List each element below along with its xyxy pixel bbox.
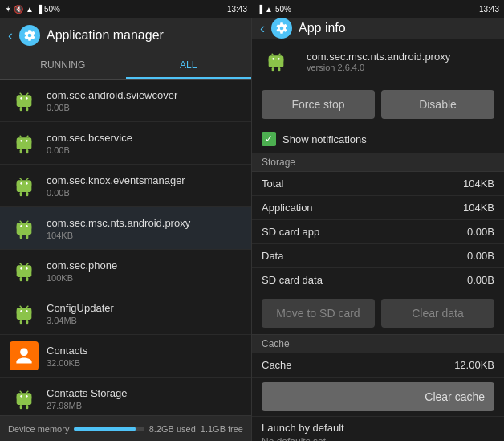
clear-data-button[interactable]: Clear data [381, 299, 494, 328]
svg-point-68 [272, 58, 274, 60]
svg-point-5 [20, 97, 22, 100]
launch-by-default-section: Launch by default No defaults set [252, 416, 504, 441]
signal-icon: ▐ [36, 5, 42, 14]
svg-point-69 [278, 58, 280, 60]
left-panel: ✶ 🔇 ▲ ▐ 50% 13:43 ‹ Application manager … [0, 0, 252, 441]
app-info-bcservice: com.sec.bcservice 0.00B [47, 132, 242, 155]
svg-point-59 [20, 395, 22, 398]
svg-rect-47 [17, 308, 32, 320]
list-item[interactable]: Contacts Storage 27.98MB [0, 378, 251, 415]
time-display-right: 13:43 [479, 5, 499, 14]
svg-rect-30 [20, 235, 22, 239]
svg-rect-20 [17, 180, 32, 192]
device-memory-label: Device memory [8, 424, 69, 434]
right-panel: ▐ ▲ 50% 13:43 ‹ App info [252, 0, 504, 441]
svg-rect-3 [20, 107, 22, 111]
storage-sdcard-app-row: SD card app 0.00B [252, 220, 504, 244]
clear-cache-container: Clear cache [252, 378, 504, 416]
mute-icon: 🔇 [14, 5, 23, 14]
total-value: 104KB [463, 178, 494, 190]
time-right: 13:43 [479, 5, 499, 14]
list-item[interactable]: com.sec.android.sviewcover 0.00B [0, 80, 251, 122]
move-to-sd-button[interactable]: Move to SD card [262, 299, 375, 328]
app-info-knox: com.sec.knox.eventsmanager 0.00B [47, 174, 242, 198]
force-stop-button[interactable]: Force stop [262, 90, 375, 119]
app-icon-bcservice [10, 129, 39, 157]
battery-level: 50% [44, 5, 60, 14]
svg-rect-67 [278, 67, 281, 71]
storage-progress: Device memory 8.2GB used 1.1GB free [8, 424, 243, 434]
app-manager-title: Application manager [47, 28, 164, 43]
app-icon-sviewcover [10, 86, 39, 115]
status-time-left: 13:43 [227, 5, 247, 14]
svg-line-7 [20, 93, 22, 96]
svg-point-23 [20, 182, 22, 185]
status-icons-left: ✶ 🔇 ▲ ▐ 50% [5, 5, 60, 14]
tab-running[interactable]: RUNNING [0, 53, 126, 79]
svg-line-61 [20, 391, 22, 394]
wifi-right-icon: ▲ [265, 5, 273, 14]
storage-action-buttons: Move to SD card Clear data [252, 292, 504, 334]
svg-rect-4 [26, 107, 29, 111]
sdcard-data-value: 0.00B [467, 274, 494, 286]
settings-icon-right [271, 18, 292, 39]
cache-section-header: Cache [252, 334, 504, 353]
wifi-icon: ▲ [26, 5, 34, 14]
tab-all[interactable]: ALL [126, 53, 252, 79]
svg-line-44 [26, 263, 29, 266]
app-version-text: version 2.6.4.0 [307, 63, 450, 72]
tabs-bar: RUNNING ALL [0, 53, 251, 80]
list-item[interactable]: com.sec.phone 100KB [0, 250, 251, 292]
app-info-sviewcover: com.sec.android.sviewcover 0.00B [47, 89, 242, 112]
app-info-top-bar: ‹ App info [252, 18, 504, 39]
free-storage: 1.1GB free [201, 424, 243, 434]
svg-point-50 [20, 310, 22, 312]
svg-line-43 [20, 263, 22, 266]
app-info-contacts: Contacts 32.00KB [47, 345, 242, 368]
clear-cache-button[interactable]: Clear cache [262, 382, 494, 411]
cache-row: Cache 12.00KB [252, 353, 504, 378]
list-item[interactable]: Contacts 32.00KB [0, 335, 251, 378]
list-item[interactable]: ConfigUpdater 3.04MB [0, 292, 251, 335]
action-buttons: Force stop Disable [252, 84, 504, 125]
notifications-label: Show notifications [282, 133, 367, 145]
app-info-configupdater: ConfigUpdater 3.04MB [47, 302, 242, 325]
svg-point-51 [26, 310, 28, 312]
svg-line-62 [26, 391, 29, 394]
sdcard-data-label: SD card data [262, 274, 323, 286]
progress-bar [74, 427, 144, 431]
svg-rect-39 [20, 277, 22, 281]
storage-section-header: Storage [252, 153, 504, 172]
app-icon-contacts [10, 341, 39, 370]
svg-rect-21 [20, 192, 22, 196]
sdcard-app-label: SD card app [262, 226, 319, 238]
notifications-checkbox[interactable]: ✓ [262, 132, 276, 146]
svg-line-52 [20, 306, 22, 308]
svg-point-41 [20, 267, 22, 270]
svg-line-8 [26, 93, 29, 96]
app-manager-top-bar: ‹ Application manager [0, 18, 251, 53]
app-icon-contacts-storage [10, 384, 39, 413]
battery-right: 50% [275, 5, 291, 14]
storage-application-row: Application 104KB [252, 196, 504, 220]
back-button[interactable]: ‹ [8, 27, 13, 44]
svg-line-16 [20, 136, 22, 138]
list-item[interactable]: com.sec.bcservice 0.00B [0, 122, 251, 165]
svg-point-42 [26, 267, 28, 270]
svg-rect-12 [20, 149, 22, 153]
svg-rect-57 [20, 405, 22, 409]
app-icon-phone [10, 256, 39, 285]
svg-rect-66 [272, 67, 274, 71]
bluetooth-icon: ✶ [5, 5, 11, 14]
notification-row[interactable]: ✓ Show notifications [252, 125, 504, 153]
list-item[interactable]: com.sec.knox.eventsmanager 0.00B [0, 165, 251, 207]
svg-point-14 [20, 140, 22, 142]
sdcard-app-value: 0.00B [467, 226, 494, 238]
data-label: Data [262, 250, 283, 262]
list-item[interactable]: com.sec.msc.nts.android.proxy 104KB [0, 207, 251, 250]
svg-line-35 [26, 221, 29, 223]
svg-point-32 [20, 225, 22, 227]
disable-button[interactable]: Disable [381, 90, 494, 119]
back-button-right[interactable]: ‹ [260, 20, 265, 37]
svg-line-34 [20, 221, 22, 223]
